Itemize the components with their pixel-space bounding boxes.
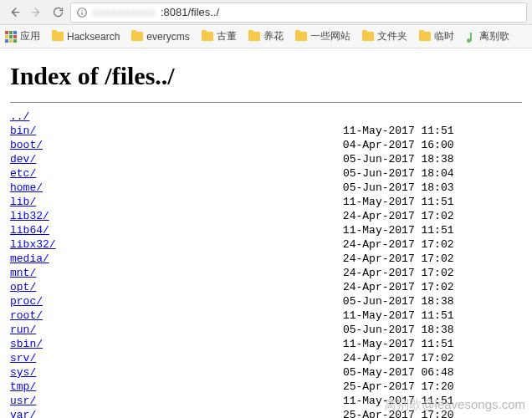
apps-icon: [5, 31, 17, 43]
back-button[interactable]: [5, 3, 23, 22]
bookmark-label: 文件夹: [377, 29, 407, 43]
bookmark-item[interactable]: 临时: [419, 29, 454, 43]
svg-rect-2: [81, 12, 82, 15]
folder-icon: [295, 32, 307, 41]
dir-link[interactable]: lib32/: [10, 210, 49, 222]
dir-link[interactable]: var/: [10, 409, 36, 418]
folder-icon: [202, 32, 213, 41]
forward-button[interactable]: [27, 3, 45, 22]
dir-link[interactable]: opt/: [10, 281, 36, 293]
dir-link[interactable]: media/: [10, 252, 49, 265]
bookmarks-bar: 应用 Hacksearcheverycms古董养花一些网站文件夹临时 离别歌: [0, 25, 532, 48]
dir-link[interactable]: lib/: [10, 196, 36, 208]
bookmark-label: 临时: [434, 29, 454, 43]
dir-link[interactable]: libx32/: [10, 238, 56, 251]
dir-link[interactable]: srv/: [10, 352, 36, 364]
folder-icon: [419, 32, 431, 41]
apps-label: 应用: [20, 29, 40, 43]
bookmark-item[interactable]: 古董: [202, 29, 237, 43]
folder-icon: [52, 32, 64, 41]
bookmark-label: 养花: [263, 29, 284, 43]
dir-link[interactable]: sys/: [10, 366, 36, 379]
dir-link[interactable]: run/: [10, 324, 36, 336]
page-content: Index of /files../ ../ bin/ 11-May-2017 …: [0, 48, 532, 418]
parent-link[interactable]: ../: [10, 110, 29, 123]
folder-icon: [248, 32, 260, 41]
bookmark-label: 离别歌: [479, 29, 509, 43]
folder-icon: [362, 32, 374, 41]
reload-button[interactable]: [49, 3, 67, 22]
dir-link[interactable]: proc/: [10, 295, 43, 308]
bookmark-item[interactable]: 文件夹: [362, 29, 407, 43]
bookmark-item[interactable]: Hacksearch: [52, 31, 120, 43]
url-host-blurred: xxxxxxxxxx: [93, 6, 156, 18]
bookmark-label: Hacksearch: [67, 31, 120, 43]
info-icon: [76, 7, 88, 18]
music-icon: [466, 31, 476, 43]
bookmark-special[interactable]: 离别歌: [466, 29, 509, 43]
folder-icon: [131, 32, 143, 41]
address-bar[interactable]: xxxxxxxxxx:8081/files../: [70, 3, 527, 23]
arrow-right-icon: [30, 6, 43, 18]
dir-link[interactable]: sbin/: [10, 338, 43, 350]
dir-link[interactable]: lib64/: [10, 224, 49, 237]
bookmark-item[interactable]: 养花: [248, 29, 284, 43]
apps-button[interactable]: 应用: [5, 29, 40, 43]
dir-link[interactable]: dev/: [10, 153, 36, 166]
directory-listing: ../ bin/ 11-May-2017 11:51 - boot/ 04-Ap…: [10, 110, 522, 418]
bookmark-item[interactable]: 一些网站: [295, 29, 350, 43]
dir-link[interactable]: bin/: [10, 125, 36, 137]
dir-link[interactable]: boot/: [10, 139, 43, 151]
svg-point-1: [81, 9, 82, 10]
dir-link[interactable]: usr/: [10, 395, 36, 407]
browser-toolbar: xxxxxxxxxx:8081/files../: [0, 0, 532, 25]
bookmark-label: everycms: [146, 31, 189, 43]
dir-link[interactable]: etc/: [10, 167, 36, 180]
divider: [10, 102, 522, 103]
reload-icon: [52, 6, 64, 18]
dir-link[interactable]: home/: [10, 181, 43, 194]
dir-link[interactable]: mnt/: [10, 267, 36, 279]
url-path: :8081/files../: [161, 6, 219, 18]
bookmark-label: 一些网站: [310, 29, 350, 43]
dir-link[interactable]: tmp/: [10, 380, 36, 393]
arrow-left-icon: [8, 6, 21, 18]
bookmark-label: 古董: [217, 29, 237, 43]
bookmark-item[interactable]: everycms: [131, 31, 189, 43]
dir-link[interactable]: root/: [10, 309, 43, 322]
page-title: Index of /files../: [10, 62, 522, 90]
